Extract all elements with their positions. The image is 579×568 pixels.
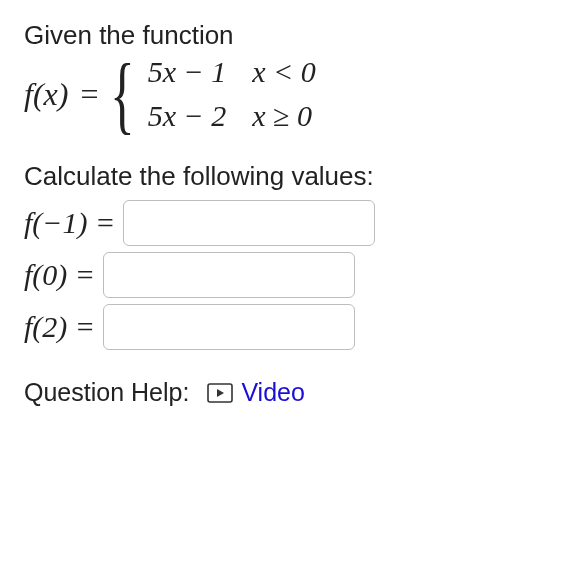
video-link-text: Video: [241, 378, 305, 407]
calc-rows: f(−1) = f(0) = f(2) =: [24, 200, 555, 350]
case-expr: 5x − 2: [148, 99, 227, 133]
video-link[interactable]: Video: [207, 378, 305, 407]
calc-label: f(0) =: [24, 258, 95, 292]
calc-row: f(0) =: [24, 252, 555, 298]
calc-prompt: Calculate the following values:: [24, 161, 555, 192]
calc-label: f(−1) =: [24, 206, 115, 240]
calc-row: f(−1) =: [24, 200, 555, 246]
video-icon: [207, 383, 233, 403]
case-cond: x < 0: [252, 55, 316, 89]
case-cond: x ≥ 0: [252, 99, 316, 133]
equals-sign: =: [80, 76, 98, 113]
case-expr: 5x − 1: [148, 55, 227, 89]
piecewise-cases: 5x − 1 x < 0 5x − 2 x ≥ 0: [148, 55, 316, 133]
svg-marker-1: [217, 389, 224, 397]
calc-row: f(2) =: [24, 304, 555, 350]
left-brace-icon: {: [110, 64, 135, 124]
answer-input-f-neg1[interactable]: [123, 200, 375, 246]
question-help-row: Question Help: Video: [24, 378, 555, 407]
intro-text: Given the function: [24, 20, 555, 51]
answer-input-f2[interactable]: [103, 304, 355, 350]
help-label: Question Help:: [24, 378, 189, 407]
function-lhs: f(x): [24, 76, 68, 113]
function-definition: f(x) = { 5x − 1 x < 0 5x − 2 x ≥ 0: [24, 55, 555, 133]
calc-label: f(2) =: [24, 310, 95, 344]
answer-input-f0[interactable]: [103, 252, 355, 298]
